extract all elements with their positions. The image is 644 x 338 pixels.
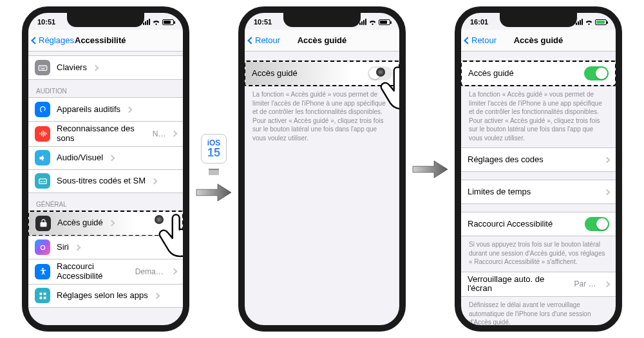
row-value: Non xyxy=(153,129,166,138)
row-value: Par d... xyxy=(574,279,598,288)
notch xyxy=(283,13,361,27)
row-label: Réglages des codes xyxy=(468,155,544,165)
row-label: Appareils auditifs xyxy=(57,105,120,115)
chevron-right-icon xyxy=(74,244,80,250)
footer-text: Définissez le délai avant le verrouillag… xyxy=(461,297,616,325)
toggle-switch[interactable] xyxy=(585,217,609,231)
footer-text: Si vous appuyez trois fois sur le bouton… xyxy=(461,236,616,272)
row-label: Raccourci Accessibilité xyxy=(57,262,129,281)
phone-acces-guide-off: 10:51 Retour Accès guidé Accès guidé xyxy=(238,6,406,332)
wifi-icon xyxy=(152,19,160,25)
page-title: Accès guidé xyxy=(298,35,347,45)
chevron-right-icon xyxy=(171,131,178,137)
svg-rect-5 xyxy=(41,68,44,69)
nav-bar: Retour Accès guidé xyxy=(461,30,616,52)
arrow-right-icon xyxy=(411,157,450,182)
status-time: 16:01 xyxy=(470,18,488,26)
ios15-line2: 15 xyxy=(207,147,220,158)
row-label: Réglages selon les apps xyxy=(57,291,148,301)
row-label: Reconnaissance des sons xyxy=(57,124,146,144)
battery-icon xyxy=(162,19,174,25)
chevron-left-icon xyxy=(464,37,471,44)
ios15-badge: iOS 15 xyxy=(201,134,227,164)
row-appareils-auditifs[interactable]: Appareils auditifs xyxy=(28,98,183,121)
row-acces-guide-toggle[interactable]: Accès guidé xyxy=(462,62,615,85)
row-label: Verrouillage auto. de l'écran xyxy=(468,275,568,294)
row-label: Siri xyxy=(57,243,69,252)
battery-icon xyxy=(595,19,607,25)
svg-rect-1 xyxy=(40,66,41,67)
svg-rect-4 xyxy=(44,66,45,67)
siri-icon xyxy=(35,239,50,255)
back-button[interactable]: Retour xyxy=(245,35,280,45)
wifi-icon xyxy=(585,19,593,25)
tap-hand-icon xyxy=(372,61,406,114)
row-raccourci-accessibilite[interactable]: Raccourci Accessibilité xyxy=(461,212,616,236)
row-label: Limites de temps xyxy=(468,187,531,197)
chevron-right-icon xyxy=(153,292,160,299)
chevron-left-icon xyxy=(31,37,38,44)
row-audio-visuel[interactable]: Audio/Visuel xyxy=(28,146,183,169)
row-limites-temps[interactable]: Limites de temps xyxy=(461,180,616,203)
captions-icon xyxy=(35,173,50,189)
row-label: Sous-titres codés et SM xyxy=(57,176,146,186)
nav-bar: Retour Accès guidé xyxy=(245,30,399,52)
ios15-line1: iOS xyxy=(207,139,221,147)
svg-point-10 xyxy=(42,268,44,270)
svg-rect-3 xyxy=(43,66,44,67)
svg-rect-6 xyxy=(39,179,46,184)
svg-rect-13 xyxy=(39,297,42,299)
status-time: 10:51 xyxy=(254,18,272,26)
svg-rect-2 xyxy=(41,66,42,67)
chevron-right-icon xyxy=(151,178,158,184)
notch xyxy=(67,13,144,27)
footer-text: La fonction « Accès guidé » vous permet … xyxy=(461,86,616,147)
tap-hand-icon xyxy=(151,209,189,261)
step-gap-1: iOS 15 xyxy=(194,134,233,205)
wifi-icon xyxy=(368,19,377,25)
row-verrouillage-auto[interactable]: Verrouillage auto. de l'écran Par d... xyxy=(461,272,616,297)
status-time: 10:51 xyxy=(37,18,55,26)
keyboard-icon xyxy=(35,60,50,75)
section-header-general: GÉNÉRAL xyxy=(28,193,183,211)
battery-icon xyxy=(379,19,390,25)
svg-rect-11 xyxy=(39,292,42,295)
sound-icon xyxy=(35,126,50,142)
phone-acces-guide-on: 16:01 Retour Accès guidé Accès guidé xyxy=(455,6,622,332)
back-button[interactable]: Retour xyxy=(461,35,497,45)
row-claviers[interactable]: Claviers xyxy=(28,56,183,79)
row-raccourci-accessibilite[interactable]: Raccourci Accessibilité Demander xyxy=(28,259,183,284)
svg-rect-14 xyxy=(43,297,46,299)
page-title: Accessibilité xyxy=(75,35,126,45)
nav-bar: Réglages Accessibilité xyxy=(28,30,183,52)
back-label: Retour xyxy=(471,35,497,45)
svg-rect-7 xyxy=(40,181,42,182)
chevron-right-icon xyxy=(171,268,178,275)
toggle-switch[interactable] xyxy=(584,66,609,80)
chevron-right-icon xyxy=(604,189,611,195)
back-button[interactable]: Réglages xyxy=(28,35,74,45)
svg-point-9 xyxy=(41,245,44,249)
section-header-audition: AUDITION xyxy=(28,80,183,97)
row-reglages-codes[interactable]: Réglages des codes xyxy=(461,148,616,171)
step-gap-2 xyxy=(411,157,450,182)
chevron-right-icon xyxy=(604,281,611,287)
row-label: Audio/Visuel xyxy=(57,153,103,163)
phone-accessibility: 10:51 Réglages Accessibilité Claviers xyxy=(22,6,189,332)
row-value: Demander xyxy=(135,267,166,276)
row-label: Raccourci Accessibilité xyxy=(468,220,553,229)
row-reconnaissance-sons[interactable]: Reconnaissance des sons Non xyxy=(28,121,183,146)
speaker-icon xyxy=(35,150,50,165)
ear-icon xyxy=(35,102,50,117)
back-label: Retour xyxy=(255,35,280,45)
arrow-right-icon xyxy=(194,180,233,205)
accessibility-icon xyxy=(35,264,50,279)
row-label: Accès guidé xyxy=(468,69,514,79)
row-reglages-apps[interactable]: Réglages selon les apps xyxy=(28,284,183,307)
chevron-right-icon xyxy=(93,64,99,71)
back-label: Réglages xyxy=(39,35,74,45)
row-sous-titres[interactable]: Sous-titres codés et SM xyxy=(28,169,183,192)
chevron-left-icon xyxy=(247,37,254,44)
chevron-right-icon xyxy=(604,156,611,163)
usb-icon xyxy=(209,169,219,175)
